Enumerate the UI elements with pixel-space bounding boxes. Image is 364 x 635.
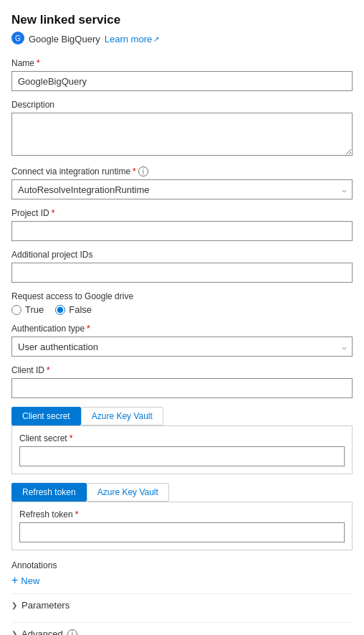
client-secret-section: Client secret *	[11, 425, 353, 474]
auth-type-select-wrapper: User authentication ⌵	[11, 337, 353, 357]
additional-project-ids-input[interactable]	[11, 263, 353, 283]
add-annotation-button[interactable]: + New	[11, 575, 39, 586]
add-new-label: New	[21, 575, 39, 586]
radio-false-option[interactable]: False	[55, 304, 92, 315]
project-id-label: Project ID *	[11, 208, 353, 218]
client-secret-tab-group: Client secret Azure Key Vault	[11, 407, 353, 425]
parameters-label: Parameters	[21, 600, 70, 611]
project-id-field-group: Project ID *	[11, 208, 353, 241]
description-input[interactable]	[11, 113, 353, 156]
refresh-token-required: *	[75, 509, 79, 519]
client-secret-required: *	[70, 433, 73, 443]
refresh-token-input[interactable]	[19, 522, 345, 542]
integration-runtime-select[interactable]: AutoResolveIntegrationRuntime	[11, 179, 353, 199]
request-access-radio-group: True False	[11, 304, 353, 315]
description-field-group: Description	[11, 100, 353, 158]
client-id-field-group: Client ID *	[11, 365, 353, 398]
refresh-token-inner-label: Refresh token *	[19, 509, 345, 519]
external-link-icon: ↗	[153, 35, 159, 43]
learn-more-label: Learn more	[105, 34, 152, 44]
azure-key-vault-tab-2[interactable]: Azure Key Vault	[87, 483, 169, 502]
advanced-chevron-icon: ❯	[11, 630, 17, 635]
radio-true-label: True	[25, 304, 44, 315]
client-secret-group: Client secret Azure Key Vault Client sec…	[11, 407, 353, 474]
client-id-required: *	[47, 365, 50, 375]
learn-more-link[interactable]: Learn more ↗	[105, 34, 159, 44]
integration-runtime-select-wrapper: AutoResolveIntegrationRuntime ⌵	[11, 179, 353, 199]
refresh-token-tab[interactable]: Refresh token	[11, 483, 87, 502]
annotations-label: Annotations	[11, 560, 353, 570]
radio-true-option[interactable]: True	[11, 304, 44, 315]
plus-icon: +	[11, 575, 18, 586]
name-input[interactable]	[11, 71, 353, 91]
parameters-chevron-icon: ❯	[11, 601, 17, 609]
client-secret-input[interactable]	[19, 446, 345, 466]
auth-type-required: *	[87, 324, 90, 334]
advanced-label: Advanced	[21, 629, 63, 635]
project-id-required: *	[52, 208, 55, 218]
client-id-input[interactable]	[11, 378, 353, 398]
name-label: Name *	[11, 58, 353, 68]
radio-false-label: False	[69, 304, 92, 315]
parameters-collapsible: ❯ Parameters	[11, 593, 353, 615]
service-header: G Google BigQuery Learn more ↗	[11, 32, 353, 47]
page-title: New linked service	[11, 13, 353, 27]
radio-true-input[interactable]	[11, 305, 21, 315]
additional-project-ids-label: Additional project IDs	[11, 250, 353, 260]
advanced-header[interactable]: ❯ Advanced i	[11, 623, 353, 635]
name-field-group: Name *	[11, 58, 353, 91]
azure-key-vault-tab-1[interactable]: Azure Key Vault	[81, 407, 163, 425]
client-id-label: Client ID *	[11, 365, 353, 375]
description-label: Description	[11, 100, 353, 110]
client-secret-tab[interactable]: Client secret	[11, 407, 81, 425]
additional-project-ids-field-group: Additional project IDs	[11, 250, 353, 283]
request-access-label: Request access to Google drive	[11, 291, 353, 301]
service-name: Google BigQuery	[29, 34, 100, 44]
refresh-token-group: Refresh token Azure Key Vault Refresh to…	[11, 483, 353, 550]
radio-false-input[interactable]	[55, 305, 65, 315]
svg-text:G: G	[15, 34, 21, 42]
auth-type-select[interactable]: User authentication	[11, 337, 353, 357]
ir-required: *	[133, 166, 136, 177]
advanced-collapsible: ❯ Advanced i	[11, 622, 353, 635]
annotations-section: Annotations + New	[11, 560, 353, 586]
google-bigquery-icon: G	[11, 32, 24, 47]
auth-type-field-group: Authentication type * User authenticatio…	[11, 324, 353, 357]
name-required: *	[37, 58, 40, 68]
refresh-token-tab-group: Refresh token Azure Key Vault	[11, 483, 353, 502]
client-secret-inner-label: Client secret *	[19, 433, 345, 443]
ir-info-icon[interactable]: i	[138, 166, 148, 177]
integration-runtime-field-group: Connect via integration runtime * i Auto…	[11, 166, 353, 199]
project-id-input[interactable]	[11, 221, 353, 241]
parameters-header[interactable]: ❯ Parameters	[11, 594, 353, 615]
integration-runtime-label: Connect via integration runtime * i	[11, 166, 353, 177]
request-access-field-group: Request access to Google drive True Fals…	[11, 291, 353, 315]
advanced-info-icon[interactable]: i	[67, 629, 77, 636]
auth-type-label: Authentication type *	[11, 324, 353, 334]
refresh-token-section: Refresh token *	[11, 502, 353, 550]
